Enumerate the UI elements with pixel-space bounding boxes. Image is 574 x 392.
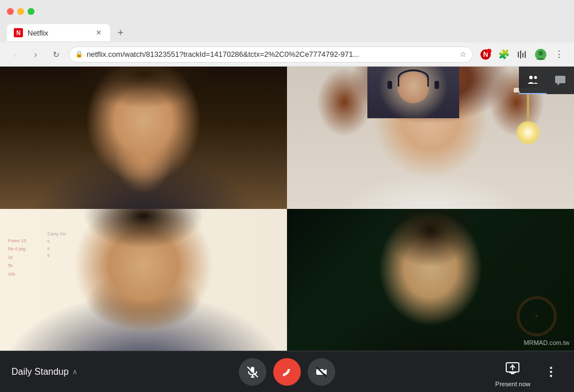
video-cell-3: Potes 15 5tc 0 ptg 1k 5k 10k Carry On 0 … (0, 209, 287, 351)
tab-close-button[interactable]: ✕ (94, 28, 103, 37)
people-tab[interactable] (519, 67, 546, 94)
svg-point-22 (550, 371, 552, 373)
meeting-title-area: Daily Standup ∧ (11, 367, 126, 377)
title-bar (0, 0, 574, 23)
meeting-title-text: Daily Standup (11, 367, 69, 377)
url-text: netflix.com/watch/81323551?trackId=14170… (87, 50, 359, 59)
meet-container: Potes 15 5tc 0 ptg 1k 5k 10k Carry On 0 … (0, 67, 574, 392)
svg-point-23 (550, 375, 552, 377)
svg-rect-10 (555, 76, 565, 83)
svg-point-9 (534, 76, 537, 79)
camera-button[interactable] (308, 358, 335, 386)
close-button[interactable] (7, 8, 14, 15)
tab-favicon: N (14, 28, 23, 37)
svg-point-8 (529, 76, 533, 79)
lock-icon: 🔒 (75, 51, 83, 58)
traffic-lights (7, 8, 34, 15)
bottom-bar: Daily Standup ∧ (0, 351, 574, 392)
participant-1-video (0, 67, 287, 209)
browser-window: N Netflix ✕ + ‹ › ↻ 🔒 netflix.com/watch/… (0, 0, 574, 67)
svg-rect-19 (511, 373, 514, 374)
chat-tab[interactable] (546, 67, 574, 94)
tab-bar: N Netflix ✕ + (0, 23, 574, 42)
extension-icon-1[interactable]: N (478, 46, 494, 63)
refresh-button[interactable]: ↻ (48, 46, 64, 63)
video-cell-1 (0, 67, 287, 209)
avatar-icon[interactable] (533, 46, 549, 63)
more-options-button[interactable] (540, 360, 563, 383)
media-icon[interactable] (514, 46, 530, 63)
new-tab-button[interactable]: + (113, 25, 129, 41)
toolbar-icons: N 🧩 ⋮ (478, 46, 567, 63)
chevron-up-icon[interactable]: ∧ (72, 368, 77, 376)
forward-button[interactable]: › (28, 46, 44, 63)
minimize-button[interactable] (17, 8, 24, 15)
more-options-icon[interactable]: ⋮ (551, 46, 567, 63)
call-controls (126, 358, 448, 386)
panel-tabs (519, 67, 574, 94)
maximize-button[interactable] (28, 8, 34, 15)
present-icon (501, 356, 524, 379)
self-video (367, 67, 459, 118)
puzzle-icon[interactable]: 🧩 (496, 46, 512, 63)
end-call-button[interactable] (273, 358, 301, 386)
bookmark-icon[interactable]: ☆ (460, 50, 467, 59)
mute-button[interactable] (239, 358, 266, 386)
svg-point-7 (538, 51, 543, 56)
back-button[interactable]: ‹ (7, 46, 23, 63)
self-preview (367, 67, 459, 118)
side-panel (459, 67, 574, 94)
svg-rect-18 (509, 372, 516, 373)
svg-rect-2 (518, 52, 519, 57)
url-bar[interactable]: 🔒 netflix.com/watch/81323551?trackId=141… (69, 46, 473, 63)
watermark: MRMAD.com.tw (524, 339, 569, 346)
svg-rect-5 (525, 51, 526, 58)
tab-title: Netflix (28, 29, 48, 37)
address-bar: ‹ › ↻ 🔒 netflix.com/watch/81323551?track… (0, 42, 574, 67)
present-now-button[interactable]: Present now (495, 356, 530, 387)
present-now-label: Present now (495, 381, 530, 387)
video-grid: Potes 15 5tc 0 ptg 1k 5k 10k Carry On 0 … (0, 67, 574, 351)
svg-rect-3 (520, 51, 521, 59)
right-controls: Present now (448, 356, 563, 387)
svg-rect-4 (522, 53, 523, 57)
video-cell-4: MRMAD.com.tw (287, 209, 574, 351)
svg-point-21 (550, 367, 552, 369)
active-tab[interactable]: N Netflix ✕ (7, 24, 110, 41)
